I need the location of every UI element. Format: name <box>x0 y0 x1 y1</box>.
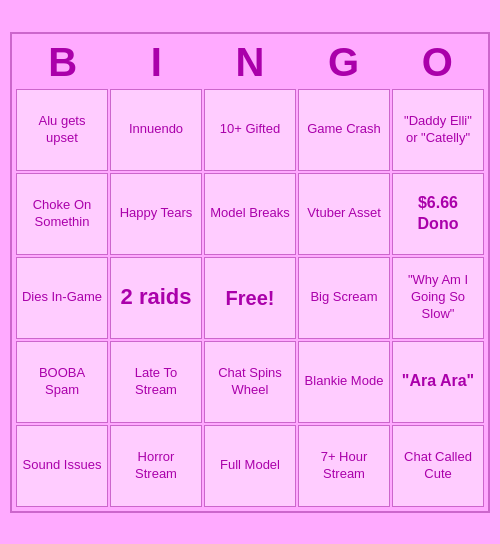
bingo-cell-13[interactable]: Big Scream <box>298 257 390 339</box>
bingo-cell-5[interactable]: Choke On Somethin <box>16 173 108 255</box>
bingo-cell-16[interactable]: Late To Stream <box>110 341 202 423</box>
bingo-cell-8[interactable]: Vtuber Asset <box>298 173 390 255</box>
bingo-cell-10[interactable]: Dies In-Game <box>16 257 108 339</box>
bingo-cell-24[interactable]: Chat Called Cute <box>392 425 484 507</box>
bingo-cell-19[interactable]: "Ara Ara" <box>392 341 484 423</box>
bingo-cell-14[interactable]: "Why Am I Going So Slow" <box>392 257 484 339</box>
bingo-cell-11[interactable]: 2 raids <box>110 257 202 339</box>
bingo-card: BINGO Alu gets upsetInnuendo10+ GiftedGa… <box>10 32 490 513</box>
bingo-cell-1[interactable]: Innuendo <box>110 89 202 171</box>
bingo-cell-18[interactable]: Blankie Mode <box>298 341 390 423</box>
bingo-letter-i: I <box>110 38 204 87</box>
bingo-cell-9[interactable]: $6.66 Dono <box>392 173 484 255</box>
bingo-cell-15[interactable]: BOOBA Spam <box>16 341 108 423</box>
bingo-cell-23[interactable]: 7+ Hour Stream <box>298 425 390 507</box>
bingo-cell-12[interactable]: Free! <box>204 257 296 339</box>
bingo-letter-o: O <box>390 38 484 87</box>
bingo-cell-20[interactable]: Sound Issues <box>16 425 108 507</box>
bingo-cell-4[interactable]: "Daddy Elli" or "Catelly" <box>392 89 484 171</box>
bingo-cell-6[interactable]: Happy Tears <box>110 173 202 255</box>
bingo-cell-22[interactable]: Full Model <box>204 425 296 507</box>
bingo-cell-17[interactable]: Chat Spins Wheel <box>204 341 296 423</box>
bingo-grid: Alu gets upsetInnuendo10+ GiftedGame Cra… <box>16 89 484 507</box>
bingo-cell-3[interactable]: Game Crash <box>298 89 390 171</box>
bingo-header: BINGO <box>16 38 484 87</box>
bingo-letter-b: B <box>16 38 110 87</box>
bingo-cell-21[interactable]: Horror Stream <box>110 425 202 507</box>
bingo-cell-2[interactable]: 10+ Gifted <box>204 89 296 171</box>
bingo-cell-0[interactable]: Alu gets upset <box>16 89 108 171</box>
bingo-cell-7[interactable]: Model Breaks <box>204 173 296 255</box>
bingo-letter-n: N <box>203 38 297 87</box>
bingo-letter-g: G <box>297 38 391 87</box>
